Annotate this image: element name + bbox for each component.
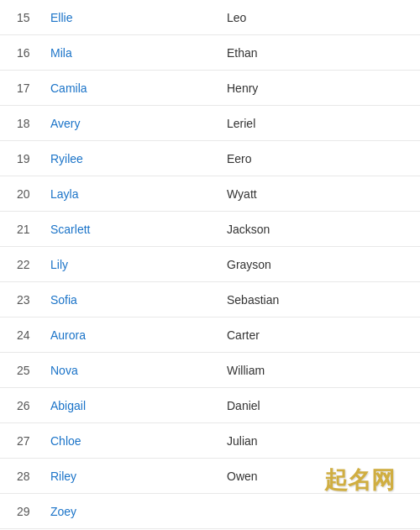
boy-name: Ethan	[227, 46, 403, 60]
rank-number: 29	[17, 505, 50, 518]
girl-name: Zoey	[50, 505, 227, 518]
table-row: 21ScarlettJackson	[0, 212, 420, 247]
girl-name: Abigail	[50, 399, 227, 412]
table-row: 18AveryLeriel	[0, 106, 420, 141]
table-row: 26AbigailDaniel	[0, 388, 420, 423]
table-row: 27ChloeJulian	[0, 423, 420, 459]
rank-number: 15	[17, 11, 50, 24]
boy-name: Jackson	[227, 223, 403, 236]
table-row: 24AuroraCarter	[0, 317, 420, 353]
table-row: 19RyileeEero	[0, 141, 420, 176]
rank-number: 22	[17, 258, 50, 271]
boy-name: Leriel	[227, 117, 403, 130]
girl-name: Sofia	[50, 293, 227, 307]
table-row: 25NovaWilliam	[0, 353, 420, 388]
rank-number: 19	[17, 152, 50, 165]
girl-name: Aurora	[50, 328, 227, 342]
rank-number: 17	[17, 81, 50, 95]
table-row: 29Zoey	[0, 494, 420, 529]
girl-name: Nova	[50, 364, 227, 377]
boy-name: Daniel	[227, 399, 403, 412]
girl-name: Ryilee	[50, 152, 227, 165]
girl-name: Riley	[50, 470, 227, 483]
rank-number: 25	[17, 364, 50, 377]
boy-name: Carter	[227, 328, 403, 342]
boy-name: Sebastian	[227, 293, 403, 307]
table-row: 23SofiaSebastian	[0, 282, 420, 317]
girl-name: Avery	[50, 117, 227, 130]
rank-number: 26	[17, 399, 50, 412]
boy-name: Owen	[227, 470, 403, 483]
girl-name: Ellie	[50, 11, 227, 24]
girl-name: Camila	[50, 81, 227, 95]
rank-number: 24	[17, 328, 50, 342]
rank-number: 28	[17, 470, 50, 483]
boy-name: Julian	[227, 434, 403, 448]
rank-number: 23	[17, 293, 50, 307]
rank-number: 16	[17, 46, 50, 60]
rank-number: 27	[17, 434, 50, 448]
rank-number: 20	[17, 187, 50, 201]
boy-name: Grayson	[227, 258, 403, 271]
boy-name: Wyatt	[227, 187, 403, 201]
table-row: 15EllieLeo	[0, 0, 420, 35]
table-row: 20LaylaWyatt	[0, 176, 420, 212]
girl-name: Chloe	[50, 434, 227, 448]
boy-name: Leo	[227, 11, 403, 24]
rank-number: 21	[17, 223, 50, 236]
table-row: 16MilaEthan	[0, 35, 420, 71]
girl-name: Mila	[50, 46, 227, 60]
boy-name: Eero	[227, 152, 403, 165]
boy-name: William	[227, 364, 403, 377]
boy-name: Henry	[227, 81, 403, 95]
table-row: 17CamilaHenry	[0, 71, 420, 106]
rank-number: 18	[17, 117, 50, 130]
table-row: 28RileyOwen	[0, 459, 420, 494]
girl-name: Lily	[50, 258, 227, 271]
girl-name: Layla	[50, 187, 227, 201]
girl-name: Scarlett	[50, 223, 227, 236]
table-row: 22LilyGrayson	[0, 247, 420, 282]
names-table: 15EllieLeo16MilaEthan17CamilaHenry18Aver…	[0, 0, 420, 530]
